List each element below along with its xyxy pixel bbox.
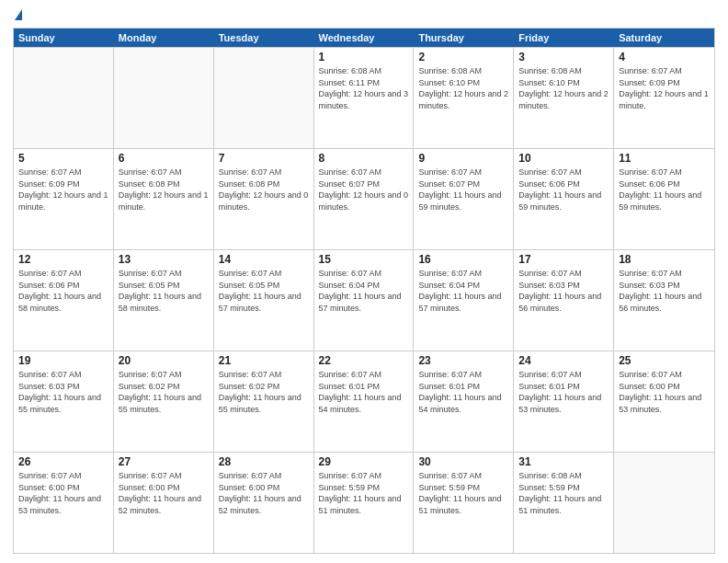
logo-icon — [15, 9, 22, 20]
day-info: Sunrise: 6:07 AMSunset: 6:04 PMDaylight:… — [418, 268, 508, 314]
day-info: Sunrise: 6:08 AMSunset: 5:59 PMDaylight:… — [518, 470, 609, 516]
calendar-cell: 2Sunrise: 6:08 AMSunset: 6:10 PMDaylight… — [414, 48, 514, 148]
day-number: 2 — [418, 51, 508, 63]
day-info: Sunrise: 6:08 AMSunset: 6:10 PMDaylight:… — [518, 65, 609, 111]
day-number: 24 — [518, 354, 609, 367]
day-number: 9 — [418, 152, 508, 165]
day-info: Sunrise: 6:07 AMSunset: 6:08 PMDaylight:… — [119, 167, 209, 213]
calendar-cell: 23Sunrise: 6:07 AMSunset: 6:01 PMDayligh… — [414, 351, 514, 452]
day-number: 8 — [319, 152, 409, 165]
logo — [13, 9, 22, 20]
calendar-cell: 4Sunrise: 6:07 AMSunset: 6:09 PMDaylight… — [614, 48, 714, 148]
day-info: Sunrise: 6:07 AMSunset: 6:06 PMDaylight:… — [518, 167, 609, 213]
calendar-cell: 12Sunrise: 6:07 AMSunset: 6:06 PMDayligh… — [14, 250, 114, 350]
calendar-cell: 11Sunrise: 6:07 AMSunset: 6:06 PMDayligh… — [614, 149, 714, 249]
day-info: Sunrise: 6:07 AMSunset: 6:06 PMDaylight:… — [18, 268, 108, 314]
day-info: Sunrise: 6:07 AMSunset: 6:09 PMDaylight:… — [619, 65, 710, 111]
calendar-cell: 20Sunrise: 6:07 AMSunset: 6:02 PMDayligh… — [114, 351, 214, 452]
calendar: SundayMondayTuesdayWednesdayThursdayFrid… — [13, 28, 715, 554]
day-info: Sunrise: 6:07 AMSunset: 6:08 PMDaylight:… — [219, 167, 309, 213]
calendar-cell — [214, 48, 314, 148]
calendar-cell: 1Sunrise: 6:08 AMSunset: 6:11 PMDaylight… — [314, 48, 415, 148]
day-number: 27 — [119, 455, 209, 468]
calendar-cell: 13Sunrise: 6:07 AMSunset: 6:05 PMDayligh… — [114, 250, 214, 350]
day-number: 4 — [619, 51, 710, 63]
day-number: 22 — [319, 354, 409, 367]
calendar-cell: 22Sunrise: 6:07 AMSunset: 6:01 PMDayligh… — [314, 351, 415, 452]
calendar-cell: 16Sunrise: 6:07 AMSunset: 6:04 PMDayligh… — [414, 250, 514, 350]
day-number: 20 — [119, 354, 209, 367]
calendar-cell: 26Sunrise: 6:07 AMSunset: 6:00 PMDayligh… — [14, 453, 114, 553]
calendar-week: 1Sunrise: 6:08 AMSunset: 6:11 PMDaylight… — [14, 47, 714, 148]
header-day: Tuesday — [214, 29, 314, 47]
calendar-cell: 15Sunrise: 6:07 AMSunset: 6:04 PMDayligh… — [314, 250, 415, 350]
day-number: 30 — [418, 455, 508, 468]
day-info: Sunrise: 6:07 AMSunset: 6:02 PMDaylight:… — [219, 369, 309, 415]
calendar-cell — [614, 453, 714, 553]
day-info: Sunrise: 6:07 AMSunset: 6:07 PMDaylight:… — [418, 167, 508, 213]
day-number: 10 — [518, 152, 609, 165]
day-number: 12 — [18, 253, 108, 266]
day-info: Sunrise: 6:07 AMSunset: 6:03 PMDaylight:… — [518, 268, 609, 314]
day-info: Sunrise: 6:07 AMSunset: 6:00 PMDaylight:… — [619, 369, 710, 415]
calendar-header: SundayMondayTuesdayWednesdayThursdayFrid… — [14, 29, 714, 47]
calendar-cell: 7Sunrise: 6:07 AMSunset: 6:08 PMDaylight… — [214, 149, 314, 249]
calendar-cell: 25Sunrise: 6:07 AMSunset: 6:00 PMDayligh… — [614, 351, 714, 452]
day-number: 26 — [18, 455, 108, 468]
day-info: Sunrise: 6:07 AMSunset: 6:03 PMDaylight:… — [18, 369, 108, 415]
day-number: 28 — [219, 455, 309, 468]
day-number: 21 — [219, 354, 309, 367]
day-info: Sunrise: 6:07 AMSunset: 6:07 PMDaylight:… — [319, 167, 409, 213]
calendar-cell: 3Sunrise: 6:08 AMSunset: 6:10 PMDaylight… — [514, 48, 614, 148]
day-info: Sunrise: 6:07 AMSunset: 6:00 PMDaylight:… — [18, 470, 108, 516]
calendar-cell: 10Sunrise: 6:07 AMSunset: 6:06 PMDayligh… — [514, 149, 614, 249]
header-day: Monday — [114, 29, 214, 47]
calendar-cell: 29Sunrise: 6:07 AMSunset: 5:59 PMDayligh… — [314, 453, 415, 553]
day-number: 7 — [219, 152, 309, 165]
header — [13, 9, 715, 20]
header-day: Friday — [514, 29, 614, 47]
day-info: Sunrise: 6:07 AMSunset: 6:01 PMDaylight:… — [518, 369, 609, 415]
day-info: Sunrise: 6:07 AMSunset: 6:00 PMDaylight:… — [119, 470, 209, 516]
calendar-cell — [114, 48, 214, 148]
day-info: Sunrise: 6:07 AMSunset: 6:05 PMDaylight:… — [219, 268, 309, 314]
calendar-cell — [14, 48, 114, 148]
calendar-week: 19Sunrise: 6:07 AMSunset: 6:03 PMDayligh… — [14, 350, 714, 452]
day-number: 5 — [18, 152, 108, 165]
day-number: 11 — [619, 152, 710, 165]
header-day: Wednesday — [314, 29, 415, 47]
calendar-cell: 30Sunrise: 6:07 AMSunset: 5:59 PMDayligh… — [414, 453, 514, 553]
calendar-cell: 14Sunrise: 6:07 AMSunset: 6:05 PMDayligh… — [214, 250, 314, 350]
calendar-cell: 18Sunrise: 6:07 AMSunset: 6:03 PMDayligh… — [614, 250, 714, 350]
day-info: Sunrise: 6:07 AMSunset: 5:59 PMDaylight:… — [319, 470, 409, 516]
day-info: Sunrise: 6:07 AMSunset: 6:05 PMDaylight:… — [119, 268, 209, 314]
calendar-week: 12Sunrise: 6:07 AMSunset: 6:06 PMDayligh… — [14, 249, 714, 350]
calendar-cell: 17Sunrise: 6:07 AMSunset: 6:03 PMDayligh… — [514, 250, 614, 350]
day-info: Sunrise: 6:07 AMSunset: 6:02 PMDaylight:… — [119, 369, 209, 415]
header-day: Saturday — [614, 29, 714, 47]
calendar-week: 26Sunrise: 6:07 AMSunset: 6:00 PMDayligh… — [14, 452, 714, 553]
day-number: 3 — [518, 51, 609, 63]
day-number: 23 — [418, 354, 508, 367]
day-number: 18 — [619, 253, 710, 266]
day-number: 15 — [319, 253, 409, 266]
calendar-cell: 8Sunrise: 6:07 AMSunset: 6:07 PMDaylight… — [314, 149, 415, 249]
day-number: 1 — [319, 51, 409, 63]
calendar-cell: 5Sunrise: 6:07 AMSunset: 6:09 PMDaylight… — [14, 149, 114, 249]
day-info: Sunrise: 6:07 AMSunset: 5:59 PMDaylight:… — [418, 470, 508, 516]
calendar-cell: 9Sunrise: 6:07 AMSunset: 6:07 PMDaylight… — [414, 149, 514, 249]
calendar-cell: 21Sunrise: 6:07 AMSunset: 6:02 PMDayligh… — [214, 351, 314, 452]
day-info: Sunrise: 6:08 AMSunset: 6:10 PMDaylight:… — [418, 65, 508, 111]
day-info: Sunrise: 6:07 AMSunset: 6:01 PMDaylight:… — [418, 369, 508, 415]
day-number: 19 — [18, 354, 108, 367]
day-number: 25 — [619, 354, 710, 367]
day-info: Sunrise: 6:07 AMSunset: 6:09 PMDaylight:… — [18, 167, 108, 213]
header-day: Thursday — [414, 29, 514, 47]
calendar-cell: 24Sunrise: 6:07 AMSunset: 6:01 PMDayligh… — [514, 351, 614, 452]
day-info: Sunrise: 6:07 AMSunset: 6:03 PMDaylight:… — [619, 268, 710, 314]
calendar-cell: 6Sunrise: 6:07 AMSunset: 6:08 PMDaylight… — [114, 149, 214, 249]
day-number: 29 — [319, 455, 409, 468]
day-number: 17 — [518, 253, 609, 266]
day-info: Sunrise: 6:07 AMSunset: 6:06 PMDaylight:… — [619, 167, 710, 213]
calendar-cell: 28Sunrise: 6:07 AMSunset: 6:00 PMDayligh… — [214, 453, 314, 553]
